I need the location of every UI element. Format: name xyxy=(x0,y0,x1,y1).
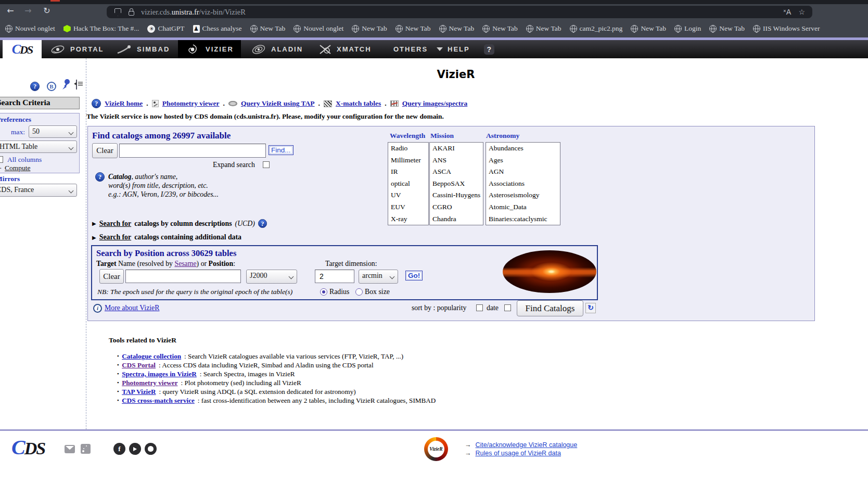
expand-search-checkbox[interactable] xyxy=(263,161,270,168)
mail-icon[interactable] xyxy=(65,445,75,453)
wavelength-option[interactable]: UV xyxy=(388,189,428,201)
sidebar-help-icon[interactable]: ? xyxy=(30,82,40,91)
bookmark-item[interactable]: New Tab xyxy=(352,24,387,33)
bookmark-star-icon[interactable]: ☆ xyxy=(798,8,805,16)
youtube-icon[interactable] xyxy=(129,443,141,455)
catalog-search-input[interactable] xyxy=(119,144,266,158)
reload-icon[interactable]: ↻ xyxy=(41,6,53,16)
triangle-icon[interactable]: ▶ xyxy=(92,221,96,226)
shield-icon[interactable] xyxy=(114,8,121,16)
astronomy-option[interactable]: Binaries:cataclysmic xyxy=(486,213,560,225)
target-input[interactable] xyxy=(125,270,241,283)
bookmark-item[interactable]: cam2_pic2.png xyxy=(570,24,623,33)
wavelength-option[interactable]: Millimeter xyxy=(388,155,428,167)
astronomy-option[interactable]: Abundances xyxy=(486,143,560,155)
reset-icon[interactable]: ↻ xyxy=(585,303,596,313)
rss-icon[interactable] xyxy=(81,444,91,454)
back-icon[interactable]: ← xyxy=(4,6,17,16)
pin-icon[interactable] xyxy=(61,78,71,91)
hide-panel-icon[interactable] xyxy=(76,80,77,90)
astronomy-option[interactable]: Ages xyxy=(486,155,560,167)
tool-link-tap-vizier[interactable]: TAP VizieR xyxy=(122,388,156,396)
dimension-input[interactable] xyxy=(315,270,354,283)
link-xmatch-tables[interactable]: X-match tables xyxy=(336,99,381,108)
ucd-help-icon[interactable]: ? xyxy=(258,219,267,228)
rules-link[interactable]: Rules of usage of VizieR data xyxy=(476,450,561,457)
wavelength-option[interactable]: Radio xyxy=(388,143,428,155)
mission-option[interactable]: BeppoSAX xyxy=(430,178,483,190)
bookmark-item[interactable]: New Tab xyxy=(482,24,518,33)
clear-button[interactable]: Clear xyxy=(92,143,118,158)
nav-item-help[interactable]: HELP ? xyxy=(448,40,494,58)
tool-link-catalogue-collection[interactable]: Catalogue collection xyxy=(122,352,181,361)
bookmark-item[interactable]: New Tab xyxy=(526,24,561,33)
facebook-icon[interactable]: f xyxy=(113,443,125,455)
nav-item-xmatch[interactable]: XMATCH xyxy=(318,40,372,58)
url-bar[interactable]: vizier.cds.unistra.fr/viz-bin/VizieR ˣA … xyxy=(107,6,812,18)
wavelength-option[interactable]: IR xyxy=(388,166,428,178)
cds-logo[interactable]: CDS xyxy=(3,40,42,58)
compute-link[interactable]: Compute xyxy=(5,164,31,172)
mission-option[interactable]: Chandra xyxy=(430,213,483,225)
max-select[interactable]: 50 xyxy=(29,125,77,138)
wavelength-option[interactable]: optical xyxy=(388,178,428,190)
mission-listbox[interactable]: AKARI ANS ASCA BeppoSAX Cassini-Huygens … xyxy=(429,142,483,225)
translate-icon[interactable]: ˣA xyxy=(783,8,792,16)
find-button[interactable]: Find... xyxy=(269,145,293,155)
bookmark-item[interactable]: IIS Windows Server xyxy=(753,24,820,33)
bookmark-item[interactable]: Nouvel onglet xyxy=(5,24,55,33)
sort-popularity-checkbox[interactable] xyxy=(476,304,483,311)
astronomy-option[interactable]: Associations xyxy=(486,178,560,190)
astronomy-option[interactable]: Atomic_Data xyxy=(486,201,560,213)
bookmark-item[interactable]: Hack The Box: The #... xyxy=(63,24,139,33)
nav-item-portal[interactable]: PORTAL xyxy=(50,40,104,58)
bookmark-item[interactable]: New Tab xyxy=(631,24,666,33)
astronomy-option[interactable]: AGN xyxy=(486,166,560,178)
mirror-select[interactable]: CDS, France xyxy=(0,184,77,197)
go-button[interactable]: Go! xyxy=(405,271,423,280)
mission-option[interactable]: ASCA xyxy=(430,166,483,178)
bookmark-item[interactable]: New Tab xyxy=(709,24,745,33)
url-text[interactable]: vizier.cds.unistra.fr/viz-bin/VizieR xyxy=(141,8,246,17)
nav-item-others[interactable]: OTHERS xyxy=(393,40,443,58)
mission-option[interactable]: AKARI xyxy=(430,143,483,155)
astronomy-option[interactable]: Asteroseismology xyxy=(486,189,560,201)
tool-link-cds-portal[interactable]: CDS Portal xyxy=(122,361,156,369)
bookmark-item[interactable]: ♟Chess analyse xyxy=(193,24,242,33)
tool-link-photometry-viewer[interactable]: Photometry viewer xyxy=(122,379,177,387)
all-columns-checkbox[interactable] xyxy=(0,156,3,163)
bookmark-item[interactable]: New Tab xyxy=(250,24,286,33)
nav-item-aladin[interactable]: ALADIN xyxy=(251,40,303,58)
forward-icon[interactable]: → xyxy=(22,6,34,16)
link-photometry-viewer[interactable]: Photometry viewer xyxy=(162,99,220,108)
sort-date-checkbox[interactable] xyxy=(504,304,511,311)
bookmark-item[interactable]: Nouvel onglet xyxy=(293,24,343,33)
astronomy-listbox[interactable]: Abundances Ages AGN Associations Asteros… xyxy=(486,142,560,225)
sidebar-b-icon[interactable]: B xyxy=(47,82,56,91)
link-vizier-home[interactable]: VizieR home xyxy=(105,99,143,108)
output-format-select[interactable]: HTML Table xyxy=(0,141,77,153)
info-icon[interactable]: i xyxy=(93,304,102,313)
vizier-footer-logo[interactable]: VizieR xyxy=(424,437,448,461)
wavelength-option[interactable]: EUV xyxy=(388,201,428,213)
cite-link[interactable]: Cite/acknowledge VizieR catalogue xyxy=(476,441,578,449)
catalog-help-icon[interactable]: ? xyxy=(95,172,105,182)
link-query-images-spectra[interactable]: Query images/spectra xyxy=(402,99,468,108)
radius-radio[interactable] xyxy=(320,288,327,296)
github-icon[interactable] xyxy=(145,443,157,455)
nav-item-vizier-active[interactable]: VIZIER xyxy=(178,40,241,58)
mission-option[interactable]: CGRO xyxy=(430,201,483,213)
wavelength-option[interactable]: X-ray xyxy=(388,213,428,225)
bookmark-item[interactable]: New Tab xyxy=(395,24,431,33)
cds-footer-logo[interactable]: CDS xyxy=(11,435,45,460)
unit-select[interactable]: arcmin xyxy=(359,270,398,284)
lock-icon[interactable] xyxy=(129,11,134,16)
mission-option[interactable]: ANS xyxy=(430,155,483,167)
box-size-radio[interactable] xyxy=(355,288,363,296)
additional-search-link[interactable]: Search for xyxy=(99,233,131,241)
find-catalogs-button[interactable]: Find Catalogs xyxy=(517,300,583,316)
wavelength-listbox[interactable]: Radio Millimeter IR optical UV EUV X-ray xyxy=(388,142,429,225)
bookmark-item[interactable]: ✳ChatGPT xyxy=(147,24,184,33)
ucd-search-link[interactable]: Search for xyxy=(99,220,131,228)
tool-link-cds-xmatch[interactable]: CDS cross-match service xyxy=(122,397,195,405)
